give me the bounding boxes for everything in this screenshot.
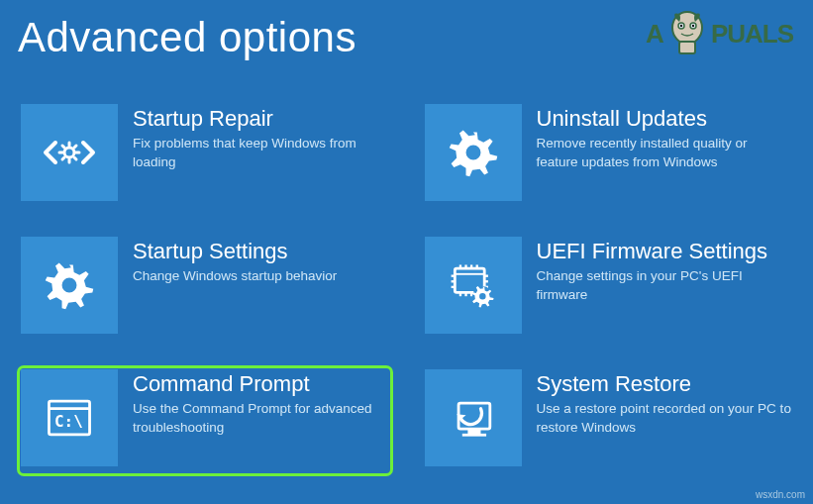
tile-title: UEFI Firmware Settings xyxy=(537,239,793,264)
svg-line-12 xyxy=(74,146,76,148)
chip-gear-icon xyxy=(425,237,522,334)
gear-icon xyxy=(425,104,522,201)
svg-text:C:\: C:\ xyxy=(54,412,83,431)
tile-title: Command Prompt xyxy=(133,371,389,397)
tile-title: Uninstall Updates xyxy=(537,106,793,132)
code-gear-icon xyxy=(21,104,118,201)
tile-desc: Use the Command Prompt for advanced trou… xyxy=(133,400,389,436)
terminal-icon: C:\ xyxy=(21,369,118,466)
tile-uefi-firmware[interactable]: UEFI Firmware Settings Change settings i… xyxy=(422,234,796,343)
tile-text: Startup Settings Change Windows startup … xyxy=(133,237,389,286)
tile-desc: Use a restore point recorded on your PC … xyxy=(537,400,793,436)
gear-icon xyxy=(21,237,118,334)
tile-startup-settings[interactable]: Startup Settings Change Windows startup … xyxy=(18,234,392,343)
tile-text: System Restore Use a restore point recor… xyxy=(537,369,793,437)
tile-title: System Restore xyxy=(537,371,793,397)
options-grid: Startup Repair Fix problems that keep Wi… xyxy=(0,61,813,475)
watermark-logo: A PUALS xyxy=(646,10,793,57)
tile-desc: Change settings in your PC's UEFI firmwa… xyxy=(537,267,793,303)
tile-command-prompt[interactable]: C:\ Command Prompt Use the Command Promp… xyxy=(18,366,392,475)
tile-startup-repair[interactable]: Startup Repair Fix problems that keep Wi… xyxy=(18,101,392,210)
restore-arrow-icon xyxy=(425,369,522,466)
bottom-watermark: wsxdn.com xyxy=(756,489,805,500)
watermark-prefix: A xyxy=(646,19,663,50)
watermark-suffix: PUALS xyxy=(711,19,793,50)
tile-system-restore[interactable]: System Restore Use a restore point recor… xyxy=(422,366,796,475)
tile-text: Uninstall Updates Remove recently instal… xyxy=(537,104,793,171)
svg-line-14 xyxy=(74,157,76,159)
svg-line-11 xyxy=(62,146,64,148)
watermark-mascot-icon xyxy=(667,10,707,57)
svg-rect-37 xyxy=(461,434,485,437)
tile-title: Startup Settings xyxy=(133,239,389,264)
tile-text: Command Prompt Use the Command Prompt fo… xyxy=(133,369,389,437)
tile-uninstall-updates[interactable]: Uninstall Updates Remove recently instal… xyxy=(422,101,796,210)
svg-point-3 xyxy=(680,25,682,27)
svg-rect-5 xyxy=(679,42,695,53)
tile-title: Startup Repair xyxy=(133,106,389,132)
svg-line-13 xyxy=(62,157,64,159)
tile-text: UEFI Firmware Settings Change settings i… xyxy=(537,237,793,304)
tile-desc: Remove recently installed quality or fea… xyxy=(537,135,793,170)
svg-point-4 xyxy=(692,25,694,27)
tile-text: Startup Repair Fix problems that keep Wi… xyxy=(133,104,389,171)
svg-point-6 xyxy=(64,148,74,157)
tile-desc: Fix problems that keep Windows from load… xyxy=(133,135,389,170)
tile-desc: Change Windows startup behavior xyxy=(133,267,389,285)
